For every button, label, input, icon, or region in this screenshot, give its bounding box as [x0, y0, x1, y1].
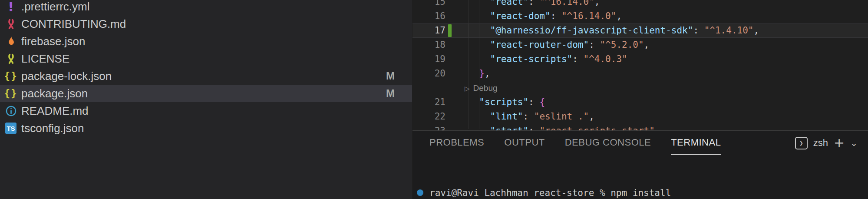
code-line-16[interactable]: 16 "react-dom": "^16.14.0",: [413, 9, 868, 23]
file-row-firebase-json[interactable]: firebase.json: [0, 33, 412, 50]
debug-run-icon[interactable]: ▷: [465, 85, 470, 92]
git-gutter-indicator: [448, 53, 452, 66]
git-gutter-indicator: [448, 96, 452, 109]
panel-tab-output[interactable]: OUTPUT: [504, 131, 545, 155]
line-number: [413, 81, 446, 95]
json-braces-icon: {}: [4, 87, 17, 100]
codelens-line[interactable]: ▷Debug: [413, 81, 868, 95]
file-row-package-json[interactable]: {} package.json M: [0, 85, 412, 102]
file-list: ! .prettierrc.yml CONTRIBUTING.md fireba…: [0, 0, 412, 137]
terminal-output[interactable]: ravi@Ravi Lachhman react-store % npm ins…: [429, 165, 868, 199]
file-row-tsconfig-json[interactable]: TS tsconfig.json: [0, 119, 412, 137]
git-modified-badge: M: [386, 87, 395, 100]
line-number: 18: [413, 38, 446, 52]
ribbon-red-icon: [4, 17, 17, 30]
file-row-contributing-md[interactable]: CONTRIBUTING.md: [0, 15, 412, 33]
git-gutter-indicator: [448, 67, 452, 80]
code-line-18[interactable]: 18 "react-router-dom": "^5.2.0",: [413, 38, 868, 52]
code-line-20[interactable]: 20 },: [413, 66, 868, 81]
info-icon: [4, 104, 17, 117]
json-braces-icon: {}: [4, 70, 17, 83]
terminal-line: ravi@Ravi Lachhman react-store % npm ins…: [429, 187, 868, 199]
git-modified-badge: M: [386, 70, 395, 82]
line-number: 20: [413, 66, 446, 81]
file-row-package-lock-json[interactable]: {} package-lock.json M: [0, 67, 412, 85]
new-terminal-icon[interactable]: +: [834, 136, 845, 149]
git-gutter-indicator: [448, 0, 452, 8]
code-line-19[interactable]: 19 "react-scripts": "^4.0.3": [413, 52, 868, 66]
line-number: 17: [413, 23, 446, 38]
git-gutter-indicator: [448, 125, 452, 130]
shell-label[interactable]: zsh: [813, 137, 828, 149]
terminal-icon[interactable]: ❯: [795, 137, 808, 149]
code-line-17[interactable]: 17 "@harnessio/ff-javascript-client-sdk"…: [413, 23, 868, 38]
panel-tab-problems[interactable]: PROBLEMS: [429, 131, 484, 155]
code-editor[interactable]: 15 "react": "^16.14.0", 16 "react-dom": …: [413, 0, 868, 130]
code-lines: 15 "react": "^16.14.0", 16 "react-dom": …: [413, 0, 868, 130]
panel-tab-debug-console[interactable]: DEBUG CONSOLE: [565, 131, 651, 155]
git-gutter-indicator: [448, 39, 452, 51]
git-gutter-indicator: [448, 24, 452, 37]
code-line-23[interactable]: 23 "start": "react-scripts start",: [413, 124, 868, 130]
firebase-flame-icon: [4, 35, 17, 48]
file-row-readme-md[interactable]: README.md: [0, 102, 412, 119]
code-line-21[interactable]: 21 "scripts": {: [413, 95, 868, 109]
typescript-icon: TS: [4, 122, 17, 135]
panel-controls: ❯ zsh + ⌄: [795, 131, 858, 155]
line-number: 23: [413, 124, 446, 130]
line-number: 21: [413, 95, 446, 109]
vscode-window: ! .prettierrc.yml CONTRIBUTING.md fireba…: [0, 0, 868, 199]
bottom-panel: PROBLEMS OUTPUT DEBUG CONSOLE TERMINAL ❯…: [413, 130, 868, 199]
ribbon-yellow-icon: [4, 52, 17, 65]
line-number: 15: [413, 0, 446, 9]
code-line-15[interactable]: 15 "react": "^16.14.0",: [413, 0, 868, 9]
git-gutter-indicator: [448, 82, 452, 94]
file-row-license[interactable]: LICENSE: [0, 50, 412, 67]
git-gutter-indicator: [448, 110, 452, 123]
git-gutter-indicator: [448, 10, 452, 23]
terminal-status-dot: [417, 189, 423, 196]
prettier-icon: !: [4, 0, 17, 13]
line-number: 16: [413, 9, 446, 23]
line-number: 22: [413, 109, 446, 124]
chevron-down-icon[interactable]: ⌄: [850, 139, 858, 147]
codelens-debug-link[interactable]: Debug: [473, 83, 498, 93]
explorer-sidebar: ! .prettierrc.yml CONTRIBUTING.md fireba…: [0, 0, 412, 199]
panel-tab-terminal[interactable]: TERMINAL: [671, 131, 721, 155]
file-row--prettierrc-yml[interactable]: ! .prettierrc.yml: [0, 0, 412, 15]
code-line-22[interactable]: 22 "lint": "eslint .",: [413, 109, 868, 124]
line-number: 19: [413, 52, 446, 66]
